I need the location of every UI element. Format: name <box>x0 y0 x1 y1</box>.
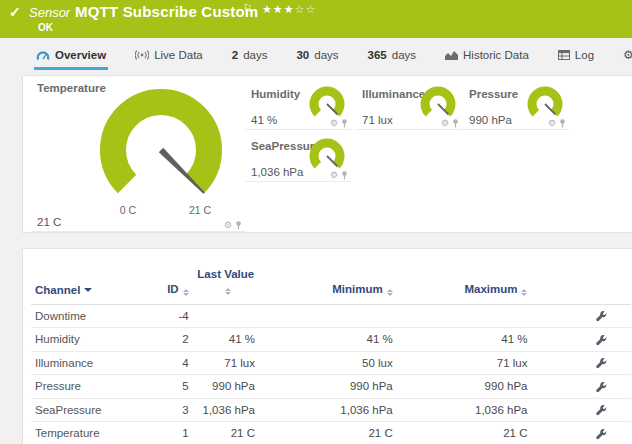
channels-table: Channel ID Last Value Minimum Maximum Do… <box>31 249 631 444</box>
tab-label: days <box>392 49 416 61</box>
sensor-title: MQTT Subscribe Custom <box>75 3 258 20</box>
column-header-label: ID <box>167 283 179 295</box>
channel-maximum: 21 C <box>397 422 532 444</box>
channel-id: -4 <box>157 304 192 327</box>
chart-icon <box>445 50 458 60</box>
channel-name[interactable]: Downtime <box>31 304 157 327</box>
tab-30-days[interactable]: 30 days <box>294 46 340 67</box>
channels-panel: Channel ID Last Value Minimum Maximum Do… <box>22 248 632 444</box>
priority-stars[interactable]: ★★★☆☆ <box>262 3 316 16</box>
gauge-scale-min: 0 C <box>108 204 148 216</box>
tile-gear-icon[interactable]: ⚙ <box>224 221 232 230</box>
channel-minimum <box>259 304 397 327</box>
tab-overview[interactable]: Overview <box>34 46 108 70</box>
gear-icon: ⚙ <box>623 49 632 61</box>
tile-gear-icon[interactable]: ⚙ <box>548 119 556 128</box>
tab-365-days[interactable]: 365 days <box>366 46 418 67</box>
sort-icon <box>387 289 393 296</box>
channel-last-value: 1,036 hPa <box>193 398 259 421</box>
gauge-scale-max: 21 C <box>180 204 220 216</box>
sort-icon <box>183 289 189 296</box>
table-row[interactable]: Illuminance 4 71 lux 50 lux 71 lux <box>31 351 631 374</box>
channel-settings-wrench-icon[interactable] <box>596 310 607 322</box>
channel-maximum: 41 % <box>397 328 532 351</box>
table-row[interactable]: SeaPressure 3 1,036 hPa 1,036 hPa 1,036 … <box>31 398 631 421</box>
column-header-last-value[interactable]: Last Value <box>193 249 259 304</box>
gauge-value: 1,036 hPa <box>251 166 303 178</box>
gauge-icon <box>36 50 50 61</box>
gauge-value: 21 C <box>37 216 61 228</box>
channel-maximum: 71 lux <box>397 351 532 374</box>
channel-name[interactable]: SeaPressure <box>31 398 157 421</box>
tab-historic-data[interactable]: Historic Data <box>443 46 531 67</box>
column-header-channel[interactable]: Channel <box>31 249 157 304</box>
channel-last-value: 41 % <box>193 328 259 351</box>
table-row[interactable]: Downtime -4 <box>31 304 631 327</box>
gauge-title: Humidity <box>251 88 300 100</box>
channel-id: 4 <box>157 351 192 374</box>
gauge-tile-temperature: Temperature 0 C 21 C 21 C ⚙ <box>31 80 245 232</box>
channel-settings-wrench-icon[interactable] <box>596 404 607 416</box>
tile-pin-icon[interactable] <box>341 119 348 128</box>
tab-label: Historic Data <box>463 49 529 61</box>
tab-label: days <box>314 49 338 61</box>
channel-name[interactable]: Temperature <box>31 422 157 444</box>
channel-name[interactable]: Pressure <box>31 375 157 398</box>
tab-2-days[interactable]: 2 days <box>230 46 270 67</box>
channel-name[interactable]: Illuminance <box>31 351 157 374</box>
channel-id: 5 <box>157 375 192 398</box>
tab-log[interactable]: Log <box>556 46 596 67</box>
channel-last-value: 990 hPa <box>193 375 259 398</box>
column-header-label: Last Value <box>197 268 254 280</box>
gauge-tile-pressure: Pressure 990 hPa ⚙ <box>463 86 569 130</box>
live-signal-icon <box>135 50 149 60</box>
channel-name[interactable]: Humidity <box>31 328 157 351</box>
channel-id: 3 <box>157 398 192 421</box>
column-header-id[interactable]: ID <box>157 249 192 304</box>
tab-settings[interactable]: ⚙ Settings <box>621 46 632 67</box>
column-header-actions <box>531 249 631 304</box>
column-header-maximum[interactable]: Maximum <box>397 249 532 304</box>
table-row[interactable]: Pressure 5 990 hPa 990 hPa 990 hPa <box>31 375 631 398</box>
sort-icon <box>521 289 527 296</box>
channel-settings-wrench-icon[interactable] <box>596 333 607 345</box>
tab-number: 365 <box>368 49 387 61</box>
channel-settings-wrench-icon[interactable] <box>596 380 607 392</box>
tab-number: 2 <box>232 49 238 61</box>
tile-pin-icon[interactable] <box>452 119 459 128</box>
sort-icon <box>225 288 231 295</box>
tab-label: days <box>243 49 267 61</box>
channel-settings-wrench-icon[interactable] <box>596 427 607 439</box>
channel-maximum: 990 hPa <box>397 375 532 398</box>
gauges-panel: Temperature 0 C 21 C 21 C ⚙ Humidity 41 … <box>22 75 632 233</box>
channel-minimum: 21 C <box>259 422 397 444</box>
sensor-header: ✓ Sensor MQTT Subscribe Custom ⚐ ★★★☆☆ O… <box>0 0 632 38</box>
tile-pin-icon[interactable] <box>559 119 566 128</box>
table-header-row: Channel ID Last Value Minimum Maximum <box>31 249 631 304</box>
column-header-label: Maximum <box>464 283 517 295</box>
channel-minimum: 41 % <box>259 328 397 351</box>
flag-icon[interactable]: ⚐ <box>243 2 252 13</box>
channel-last-value <box>193 304 259 327</box>
channel-id: 1 <box>157 422 192 444</box>
tile-gear-icon[interactable]: ⚙ <box>441 119 449 128</box>
channel-minimum: 990 hPa <box>259 375 397 398</box>
status-badge: OK <box>38 22 53 33</box>
table-row[interactable]: Humidity 2 41 % 41 % 41 % <box>31 328 631 351</box>
channel-id: 2 <box>157 328 192 351</box>
table-row[interactable]: Temperature 1 21 C 21 C 21 C <box>31 422 631 444</box>
tab-live-data[interactable]: Live Data <box>133 46 205 67</box>
tile-gear-icon[interactable]: ⚙ <box>330 119 338 128</box>
gauge-tile-seapressure: SeaPressure 1,036 hPa ⚙ <box>245 138 351 182</box>
gauge-value: 990 hPa <box>469 114 512 126</box>
channel-last-value: 71 lux <box>193 351 259 374</box>
tab-label: Overview <box>55 49 106 61</box>
tile-pin-icon[interactable] <box>341 171 348 180</box>
tab-bar: Overview Live Data 2 days 30 days 365 da… <box>0 46 632 72</box>
log-table-icon <box>558 50 570 60</box>
tile-gear-icon[interactable]: ⚙ <box>330 171 338 180</box>
channel-settings-wrench-icon[interactable] <box>596 357 607 369</box>
tile-pin-icon[interactable] <box>235 221 242 230</box>
tab-label: Log <box>575 49 594 61</box>
column-header-minimum[interactable]: Minimum <box>259 249 397 304</box>
